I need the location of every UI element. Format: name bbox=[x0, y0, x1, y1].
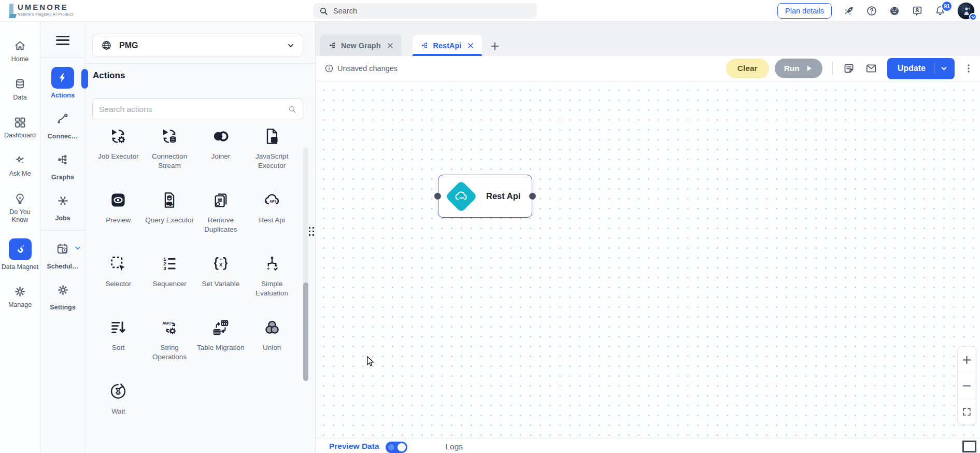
help-icon[interactable] bbox=[866, 5, 877, 17]
fit-screen-icon[interactable] bbox=[958, 399, 976, 424]
zoom-in-icon[interactable] bbox=[958, 347, 976, 373]
nav-item-manage[interactable]: Manage bbox=[1, 285, 39, 309]
subnav-item-actions[interactable]: Actions bbox=[40, 67, 85, 99]
manage-icon bbox=[13, 285, 26, 298]
tab-new-graph[interactable]: New Graph bbox=[320, 35, 402, 56]
preview-data-label[interactable]: Preview Data bbox=[329, 442, 379, 451]
subnav-item-connections[interactable]: Connec… bbox=[40, 108, 85, 140]
nav-item-dashboard[interactable]: Dashboard bbox=[1, 116, 39, 140]
svg-text:+: + bbox=[220, 257, 222, 262]
global-search[interactable] bbox=[313, 3, 537, 19]
graph-icon bbox=[421, 41, 429, 49]
rest-api-node[interactable]: API Rest Api bbox=[438, 175, 532, 218]
graph-toolbar: Unsaved changes Clear Run Update bbox=[316, 56, 980, 81]
wait-icon bbox=[109, 382, 127, 401]
remove-duplicates-icon bbox=[211, 191, 230, 209]
connections-icon bbox=[56, 112, 69, 125]
primary-nav: Home Data Dashboard Ask Me Do You Know D… bbox=[0, 22, 40, 453]
action-tile-string-operations[interactable]: ABC String Operations bbox=[144, 318, 195, 361]
update-chevron-down-icon[interactable] bbox=[941, 65, 947, 72]
rocket-icon[interactable] bbox=[843, 5, 855, 17]
nav-item-do-you-know[interactable]: Do You Know bbox=[1, 192, 39, 224]
lumenore-logo[interactable]: UMENORE Netlink's Flagship AI Product bbox=[8, 3, 102, 19]
more-options-icon[interactable] bbox=[964, 64, 973, 73]
mail-icon[interactable] bbox=[865, 62, 877, 75]
javascript-executor-icon: JS bbox=[263, 127, 281, 146]
panel-scrollbar-thumb[interactable] bbox=[303, 282, 308, 381]
scheduler-chevron-down-icon[interactable] bbox=[75, 245, 81, 251]
add-tab-icon[interactable] bbox=[490, 41, 500, 51]
nav-item-ask-me[interactable]: Ask Me bbox=[1, 154, 39, 178]
secondary-nav: Actions Connec… Graphs Jobs Schedul… Set… bbox=[40, 22, 86, 453]
svg-text:JS: JS bbox=[272, 138, 277, 143]
mouse-cursor bbox=[367, 356, 375, 367]
action-tile-remove-duplicates[interactable]: Remove Duplicates bbox=[195, 191, 247, 234]
nav-item-home[interactable]: Home bbox=[1, 39, 39, 64]
search-input[interactable] bbox=[333, 7, 531, 15]
workspace-selector[interactable]: κ PMG bbox=[92, 34, 303, 57]
action-tile-query-executor[interactable]: SQL Query Executor bbox=[144, 191, 195, 234]
subnav-item-graphs[interactable]: Graphs bbox=[40, 149, 85, 181]
minimap-toggle-icon[interactable] bbox=[962, 441, 976, 452]
scheduler-icon bbox=[56, 242, 69, 256]
notifications-icon[interactable]: 91 bbox=[934, 5, 946, 17]
svg-text:API: API bbox=[269, 199, 276, 204]
action-tile-selector[interactable]: Selector bbox=[93, 254, 144, 298]
data-magnet-icon bbox=[13, 243, 26, 256]
action-tile-connection-stream[interactable]: Connection Stream bbox=[144, 127, 195, 170]
graph-canvas[interactable]: API Rest Api bbox=[316, 81, 980, 438]
feedback-icon[interactable] bbox=[912, 5, 923, 17]
sort-icon bbox=[109, 318, 127, 337]
menu-toggle-icon[interactable] bbox=[56, 33, 69, 47]
action-tile-sort[interactable]: Sort bbox=[93, 318, 144, 361]
actions-active-indicator bbox=[81, 69, 88, 89]
action-tile-wait[interactable]: Wait bbox=[93, 382, 144, 416]
action-tile-rest-api[interactable]: API Rest Api bbox=[246, 191, 297, 234]
action-tile-job-executor[interactable]: Job Executor bbox=[93, 127, 144, 170]
action-tile-joiner[interactable]: Joiner bbox=[195, 127, 247, 170]
simple-evaluation-icon: + bbox=[263, 254, 281, 273]
graph-icon bbox=[329, 41, 336, 49]
notes-icon[interactable] bbox=[843, 62, 855, 75]
jobs-icon bbox=[56, 194, 69, 207]
do-you-know-icon bbox=[13, 192, 26, 205]
bottom-bar: Preview Data Logs bbox=[316, 438, 980, 453]
nav-item-data[interactable]: Data bbox=[1, 78, 39, 102]
nav-item-data-magnet[interactable]: Data Magnet bbox=[1, 238, 39, 272]
subnav-item-settings[interactable]: Settings bbox=[40, 279, 85, 311]
assistant-icon[interactable] bbox=[889, 5, 900, 17]
graphs-icon bbox=[56, 153, 69, 166]
action-tile-table-migration[interactable]: Table Migration bbox=[195, 318, 247, 361]
actions-search-input[interactable] bbox=[99, 105, 288, 114]
chevron-down-icon bbox=[287, 42, 294, 49]
subnav-item-scheduler[interactable]: Schedul… bbox=[40, 238, 85, 270]
node-output-port[interactable] bbox=[529, 193, 536, 200]
panel-title: Actions bbox=[93, 70, 125, 81]
actions-grid: Job Executor Connection Stream Joiner JS… bbox=[93, 127, 297, 416]
action-tile-javascript-executor[interactable]: JS JavaScript Executor bbox=[246, 127, 297, 170]
plan-details-button[interactable]: Plan details bbox=[777, 3, 832, 19]
rest-api-icon: API bbox=[263, 191, 281, 209]
run-button[interactable]: Run bbox=[775, 59, 822, 78]
clear-button[interactable]: Clear bbox=[726, 59, 769, 78]
action-tile-simple-evaluation[interactable]: + Simple Evaluation bbox=[246, 254, 297, 298]
action-tile-union[interactable]: Union bbox=[246, 318, 297, 361]
sequencer-icon: 123 bbox=[160, 254, 179, 273]
logs-tab[interactable]: Logs bbox=[446, 442, 463, 451]
joiner-icon bbox=[211, 127, 230, 146]
zoom-out-icon[interactable] bbox=[958, 373, 976, 399]
panel-scrollbar[interactable] bbox=[303, 148, 308, 381]
tab-restapi[interactable]: RestApi bbox=[413, 35, 482, 56]
panel-resize-handle[interactable] bbox=[309, 227, 314, 236]
close-tab-icon[interactable] bbox=[387, 43, 393, 49]
preview-data-toggle[interactable] bbox=[386, 442, 407, 453]
subnav-item-jobs[interactable]: Jobs bbox=[40, 190, 85, 222]
actions-search[interactable] bbox=[92, 98, 303, 120]
node-input-port[interactable] bbox=[434, 193, 441, 200]
action-tile-set-variable[interactable]: x+ Set Variable bbox=[195, 254, 247, 298]
action-tile-preview[interactable]: Preview bbox=[93, 191, 144, 234]
action-tile-sequencer[interactable]: 123 Sequencer bbox=[144, 254, 195, 298]
close-tab-icon[interactable] bbox=[467, 43, 474, 49]
update-button[interactable]: Update bbox=[887, 58, 955, 79]
avatar[interactable] bbox=[957, 2, 975, 20]
